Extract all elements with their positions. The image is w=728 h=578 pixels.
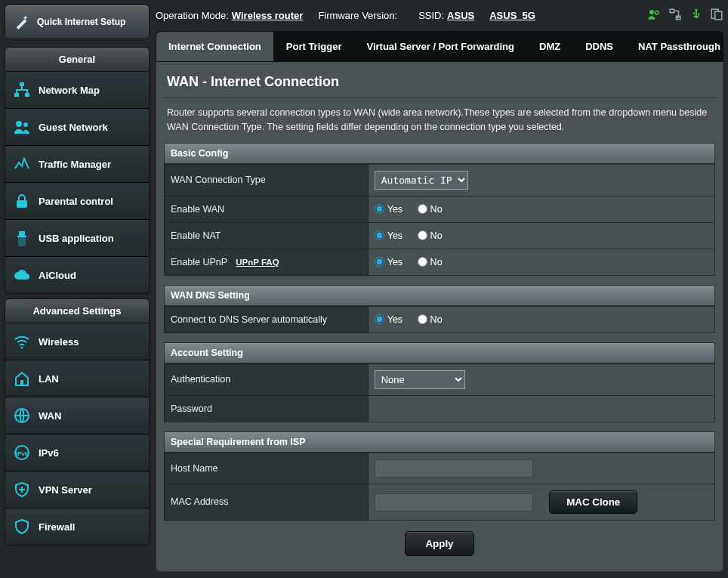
svg-text:IPv6: IPv6	[16, 450, 29, 457]
sidebar-label: USB application	[39, 233, 114, 244]
sidebar-item-wireless[interactable]: Wireless	[5, 323, 149, 360]
svg-rect-7	[20, 380, 23, 385]
sidebar-label: Network Map	[39, 85, 100, 96]
enable-wan-yes[interactable]: Yes	[375, 204, 403, 215]
ssid2-link[interactable]: ASUS_5G	[489, 10, 535, 21]
hostname-input[interactable]	[375, 459, 533, 478]
traffic-manager-icon	[13, 155, 31, 173]
sidebar-label: AiCloud	[39, 270, 76, 281]
sidebar-label: Parental control	[39, 196, 113, 207]
svg-rect-2	[25, 93, 29, 97]
apply-button[interactable]: Apply	[405, 531, 474, 556]
enable-nat-yes[interactable]: Yes	[375, 230, 403, 241]
top-bar: Operation Mode: Wireless router Firmware…	[156, 5, 723, 31]
section-isp: Special Requirement from ISP	[164, 431, 715, 453]
op-mode-label: Operation Mode:	[156, 10, 229, 21]
svg-point-6	[21, 347, 23, 349]
sidebar-label: VPN Server	[39, 484, 92, 496]
enable-nat-no[interactable]: No	[418, 230, 443, 241]
auth-label: Authentication	[165, 363, 369, 395]
op-mode-link[interactable]: Wireless router	[232, 10, 304, 21]
tab-port-trigger[interactable]: Port Trigger	[274, 32, 355, 61]
svg-rect-13	[670, 9, 674, 13]
password-label: Password	[165, 395, 369, 422]
wan-type-select[interactable]: Automatic IP	[375, 171, 468, 190]
firewall-icon	[13, 518, 31, 536]
enable-upnp-yes[interactable]: Yes	[375, 257, 403, 267]
svg-point-12	[656, 11, 659, 15]
ssid1-link[interactable]: ASUS	[447, 10, 474, 21]
usb-application-icon	[13, 229, 31, 247]
sidebar-item-traffic-manager[interactable]: Traffic Manager	[5, 145, 149, 182]
sidebar-label: WAN	[39, 410, 61, 422]
enable-wan-label: Enable WAN	[165, 196, 369, 222]
ssid-label: SSID:	[418, 10, 444, 21]
auth-select[interactable]: None	[375, 370, 465, 389]
usb-status-icon[interactable]	[689, 8, 704, 23]
menu-header-advanced: Advanced Settings	[5, 298, 150, 323]
tab-dmz[interactable]: DMZ	[527, 32, 573, 61]
mac-input[interactable]	[375, 493, 533, 512]
tab-bar: Internet Connection Port Trigger Virtual…	[156, 31, 723, 62]
fw-label: Firmware Version:	[318, 10, 397, 21]
upnp-faq-link[interactable]: UPnP FAQ	[236, 258, 279, 267]
svg-rect-1	[14, 93, 19, 97]
clients-icon[interactable]	[646, 8, 662, 23]
menu-general: Network Map Guest Network Traffic Manage…	[5, 72, 150, 294]
sidebar-label: Guest Network	[39, 122, 108, 133]
svg-point-3	[16, 121, 22, 127]
section-basic-config: Basic Config	[164, 143, 715, 164]
sidebar-label: Traffic Manager	[39, 159, 111, 170]
mac-label: MAC Address	[165, 484, 369, 520]
sidebar-item-parental-control[interactable]: Parental control	[5, 182, 149, 219]
sidebar-item-firewall[interactable]: Firewall	[5, 508, 149, 545]
sidebar-item-ipv6[interactable]: IPv6 IPv6	[5, 434, 149, 471]
system-icon[interactable]	[710, 8, 723, 23]
vpn-server-icon	[13, 481, 31, 499]
wan-icon	[13, 406, 31, 425]
enable-upnp-no[interactable]: No	[418, 257, 443, 267]
mac-clone-button[interactable]: MAC Clone	[549, 490, 637, 514]
section-dns: WAN DNS Setting	[164, 285, 715, 306]
section-account: Account Setting	[164, 342, 715, 363]
parental-control-icon	[13, 192, 31, 210]
tab-ddns[interactable]: DDNS	[573, 32, 626, 61]
tab-nat-passthrough[interactable]: NAT Passthrough	[626, 32, 728, 61]
wan-type-label: WAN Connection Type	[165, 164, 369, 196]
enable-upnp-label: Enable UPnP	[171, 257, 227, 267]
network-map-icon	[13, 81, 31, 99]
menu-header-general: General	[5, 47, 150, 72]
ipv6-icon: IPv6	[13, 444, 31, 462]
divider	[164, 97, 715, 98]
sidebar-label: Firewall	[39, 521, 75, 533]
hostname-label: Host Name	[165, 453, 369, 484]
dns-auto-yes[interactable]: Yes	[375, 314, 403, 325]
dns-auto-no[interactable]: No	[418, 314, 443, 325]
tab-internet-connection[interactable]: Internet Connection	[156, 32, 274, 61]
sidebar-item-vpn-server[interactable]: VPN Server	[5, 471, 149, 508]
menu-advanced: Wireless LAN WAN IPv6 IPv6 VPN Server Fi…	[5, 323, 150, 546]
svg-rect-0	[20, 82, 24, 86]
qis-label: Quick Internet Setup	[37, 17, 125, 27]
network-icon[interactable]	[668, 8, 683, 23]
wand-icon	[13, 13, 31, 31]
sidebar-item-guest-network[interactable]: Guest Network	[5, 108, 149, 145]
page-description: Router supports several connection types…	[164, 106, 715, 143]
tab-port-forwarding[interactable]: Virtual Server / Port Forwarding	[354, 32, 527, 61]
lan-icon	[13, 369, 31, 388]
sidebar-item-wan[interactable]: WAN	[5, 397, 149, 434]
svg-point-4	[23, 122, 28, 127]
svg-rect-19	[715, 11, 722, 20]
sidebar-item-network-map[interactable]: Network Map	[5, 72, 149, 108]
svg-rect-17	[698, 14, 699, 15]
sidebar-item-aicloud[interactable]: AiCloud	[5, 256, 149, 293]
sidebar-item-lan[interactable]: LAN	[5, 360, 149, 397]
enable-wan-no[interactable]: No	[418, 204, 443, 215]
page-title: WAN - Internet Connection	[167, 74, 712, 90]
sidebar-label: IPv6	[39, 447, 59, 459]
sidebar-label: LAN	[39, 373, 59, 385]
sidebar-item-usb-application[interactable]: USB application	[5, 219, 149, 256]
dns-auto-label: Connect to DNS Server automatically	[165, 306, 369, 332]
svg-point-11	[649, 10, 654, 14]
quick-internet-setup-button[interactable]: Quick Internet Setup	[5, 5, 150, 39]
